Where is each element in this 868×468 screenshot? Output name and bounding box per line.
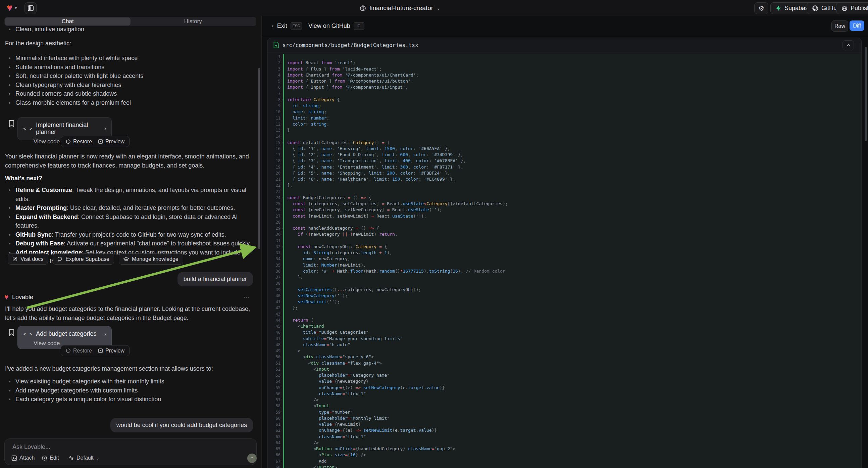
bookmark-icon[interactable]: [9, 329, 14, 337]
code-line: 12 color: string;: [268, 121, 861, 127]
toggle-sidebar-button[interactable]: [25, 2, 37, 14]
code-icon: < >: [23, 126, 33, 131]
visit-docs-button[interactable]: Visit docs: [8, 254, 48, 265]
external-link-icon: [12, 257, 18, 262]
file-added-icon: [274, 41, 279, 48]
version-card-title: Implement financial planner: [36, 121, 101, 136]
code-line: 18 { id: '3', name: 'Transportation', li…: [268, 158, 861, 164]
code-line: 60 placeholder="Monthly limit": [268, 415, 861, 421]
list-item: Each category gets a unique color for vi…: [5, 395, 252, 404]
chevron-right-icon: ›: [104, 125, 106, 131]
diff-toggle-button[interactable]: Diff: [849, 21, 864, 31]
code-line: 47 subtitle="Manage your spending limits…: [268, 336, 861, 342]
code-line: 14: [268, 133, 861, 139]
restore-icon: [66, 348, 71, 353]
bookmark-icon[interactable]: [9, 120, 14, 127]
raw-toggle-button[interactable]: Raw: [831, 21, 848, 32]
code-listing[interactable]: 12import React from 'react';3import { Pl…: [268, 52, 861, 468]
preview-icon: [98, 348, 103, 353]
user-message-chip: build a financial planner: [178, 272, 253, 286]
manage-knowledge-button[interactable]: Manage knowledge: [119, 254, 183, 265]
file-path: src/components/budget/BudgetCategories.t…: [282, 42, 418, 48]
design-heading: For the design aesthetic:: [5, 39, 71, 48]
lovable-app: ♥ ▾ financial-future-creator ⌄ ⚙ Supabas…: [0, 0, 868, 468]
exit-button[interactable]: ‹ Exit ESC: [272, 16, 302, 36]
publish-button[interactable]: Publish: [836, 2, 868, 14]
code-line: 53 placeholder="Category name": [268, 372, 861, 378]
file-header[interactable]: src/components/budget/BudgetCategories.t…: [268, 38, 861, 52]
publish-globe-icon: [841, 5, 847, 11]
sidebar-panel-icon: [28, 5, 34, 11]
explore-supabase-button[interactable]: Explore Supabase: [53, 254, 114, 265]
tab-history[interactable]: History: [130, 18, 256, 26]
code-line: 10 name: string;: [268, 109, 861, 115]
list-item: Clean typography with clear hierarchies: [5, 81, 252, 90]
preview-button[interactable]: Preview: [98, 139, 124, 145]
mode-selector[interactable]: Default ⌄: [68, 455, 100, 461]
version-card-title: Add budget categories: [36, 330, 96, 338]
knowledge-cap-icon: [123, 257, 129, 262]
code-line: 4import ChartCard from '@/components/ui/…: [268, 72, 861, 78]
list-item: Refine & Customize: Tweak the design, an…: [5, 186, 252, 203]
project-chevron-down-icon: ⌄: [436, 5, 440, 11]
prompt-input-box[interactable]: Ask Lovable... Attach Edit Default ⌄ ↑: [4, 438, 257, 465]
chevron-down-icon: ⌄: [96, 456, 100, 461]
logo-chevron-down-icon[interactable]: ▾: [15, 5, 17, 10]
collapse-file-button[interactable]: [842, 40, 854, 50]
chevron-up-icon: [846, 44, 850, 47]
code-line: 37 };: [268, 274, 861, 280]
code-line: 19 { id: '4', name: 'Entertainment', lim…: [268, 164, 861, 170]
code-line: 65 <Button onClick={handleAddCategory} c…: [268, 446, 861, 452]
preview-button[interactable]: Preview: [98, 348, 124, 354]
lovable-heart-icon: ♥: [4, 293, 9, 301]
code-topbar: ‹ Exit ESC View on GitHub G Raw Diff: [262, 16, 868, 36]
arrow-up-icon: ↑: [251, 455, 253, 461]
code-line: 54 value={newCategory}: [268, 378, 861, 384]
chat-scrollbar[interactable]: [258, 68, 260, 249]
assistant-header: ♥ Lovable: [4, 293, 33, 301]
code-line: 61 value={newLimit}: [268, 421, 861, 428]
code-line: 38: [268, 280, 861, 286]
code-line: 5import { Button } from '@/components/ui…: [268, 78, 861, 84]
tab-chat[interactable]: Chat: [5, 18, 130, 26]
attach-button[interactable]: Attach: [11, 455, 35, 461]
version-toolbar: Restore Preview: [61, 136, 129, 147]
restore-icon: [66, 139, 71, 144]
code-line: 29˅ const handleAddCategory = () => {: [268, 225, 861, 231]
code-line: 44 return (: [268, 317, 861, 323]
code-line: 30 if (!newCategory || !newLimit) return…: [268, 231, 861, 237]
list-item: Debug with Ease: Activate our experiment…: [5, 239, 252, 248]
restore-button[interactable]: Restore: [66, 139, 92, 145]
code-line: 50 <div className="space-y-6">: [268, 354, 861, 360]
target-icon: [41, 455, 47, 461]
lovable-logo[interactable]: ♥: [7, 3, 13, 13]
user-message-chip: would be cool if you could add budget ca…: [111, 418, 253, 432]
assistant-ready-text: Your sleek financial planner is now read…: [5, 152, 254, 170]
supabase-bolt-icon: [776, 5, 781, 11]
project-title-menu[interactable]: financial-future-creator ⌄: [360, 4, 440, 12]
settings-button[interactable]: ⚙: [754, 2, 768, 14]
github-icon: [812, 5, 818, 11]
send-button[interactable]: ↑: [247, 454, 257, 463]
list-item: Rounded corners and subtle shadows: [5, 89, 252, 98]
list-item: Clean, intuitive navigation: [5, 25, 252, 34]
sliders-icon: [68, 456, 74, 461]
view-on-github-button[interactable]: View on GitHub G: [308, 16, 364, 36]
list-item: Add new budget categories with custom li…: [5, 386, 252, 395]
code-line: 43: [268, 311, 861, 317]
restore-button-disabled[interactable]: Restore: [66, 348, 92, 354]
code-line: 55 onChange={(e) => setNewCategory(e.tar…: [268, 385, 861, 391]
code-line: 40 setNewCategory('');: [268, 293, 861, 299]
edit-button[interactable]: Edit: [41, 455, 59, 461]
code-line: 7: [268, 91, 861, 97]
code-line: 36 color: '#' + Math.floor(Math.random()…: [268, 268, 861, 274]
code-line: 56 className="flex-1": [268, 391, 861, 397]
code-panel: ‹ Exit ESC View on GitHub G Raw Diff src…: [262, 16, 868, 468]
code-line: 57 />: [268, 397, 861, 403]
code-line: 11 limit: number;: [268, 115, 861, 121]
list-item: Master Prompting: Use clear, detailed, a…: [5, 203, 252, 212]
message-menu-icon[interactable]: ⋯: [244, 293, 250, 301]
esc-kbd: ESC: [290, 22, 302, 30]
code-scrollbar[interactable]: [865, 47, 867, 141]
code-line: 34 name: newCategory,: [268, 256, 861, 262]
